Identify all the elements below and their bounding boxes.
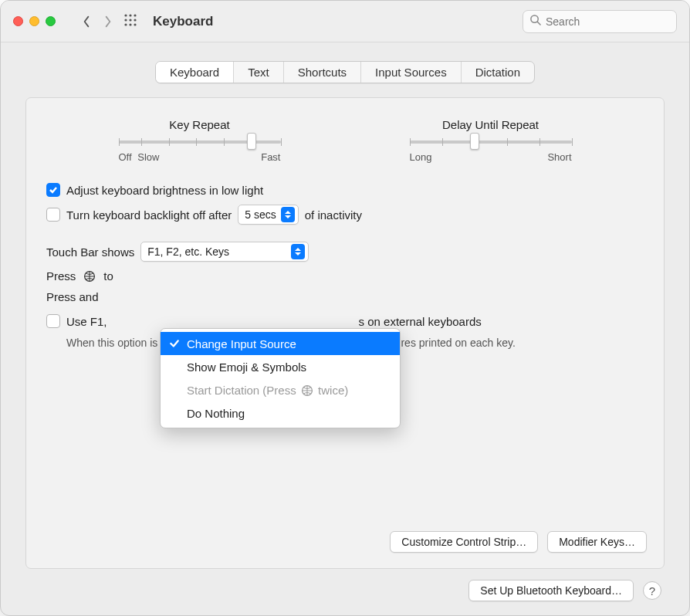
svg-point-0: [124, 14, 127, 16]
press-hold-row: Press and: [46, 290, 644, 303]
menu-item-label: Change Input Source: [187, 337, 296, 350]
svg-point-5: [134, 19, 136, 21]
fn-keys-label-left: Use F1,: [66, 315, 107, 328]
tab-bar: Keyboard Text Shortcuts Input Sources Di…: [155, 61, 535, 83]
key-repeat-thumb[interactable]: [247, 133, 256, 150]
key-repeat-group: Key Repeat Off Slow Fast: [119, 118, 281, 163]
svg-point-8: [134, 23, 136, 25]
tab-shortcuts[interactable]: Shortcuts: [284, 62, 361, 83]
minimize-window-button[interactable]: [29, 16, 39, 26]
panel-footer-buttons: Customize Control Strip… Modifier Keys…: [390, 531, 647, 553]
svg-line-10: [537, 22, 540, 25]
modifier-keys-button[interactable]: Modifier Keys…: [547, 531, 647, 553]
customize-control-strip-button[interactable]: Customize Control Strip…: [390, 531, 538, 553]
show-all-icon[interactable]: [123, 13, 137, 30]
globe-icon: [83, 270, 96, 283]
press-globe-to: to: [103, 269, 113, 283]
fn-keys-label-right: s on external keyboards: [359, 315, 482, 328]
search-field[interactable]: [523, 10, 677, 33]
window-title: Keyboard: [153, 14, 213, 29]
svg-point-2: [134, 14, 136, 16]
menu-item-label: Do Nothing: [187, 407, 245, 420]
touch-bar-popup[interactable]: F1, F2, etc. Keys: [140, 242, 309, 262]
sliders-row: Key Repeat Off Slow Fast De: [54, 118, 636, 163]
popup-caret-icon: [281, 207, 295, 222]
menu-item-do-nothing[interactable]: Do Nothing: [161, 401, 400, 425]
backlight-suffix: of inactivity: [305, 208, 362, 222]
press-globe-prefix: Press: [46, 269, 76, 283]
bluetooth-keyboard-button[interactable]: Set Up Bluetooth Keyboard…: [468, 580, 634, 601]
menu-item-change-input-source[interactable]: Change Input Source: [161, 332, 400, 355]
bottom-row: Set Up Bluetooth Keyboard… ?: [25, 569, 665, 601]
keyboard-panel: Key Repeat Off Slow Fast De: [25, 97, 665, 569]
globe-icon: [301, 384, 313, 397]
press-hold-label: Press and: [46, 290, 99, 303]
popup-caret-icon: [291, 244, 305, 259]
svg-point-3: [124, 19, 127, 21]
zoom-window-button[interactable]: [46, 16, 56, 26]
backlight-label: Turn keyboard backlight off after: [66, 208, 232, 222]
fn-keys-checkbox[interactable]: [46, 314, 60, 328]
search-icon: [529, 14, 546, 29]
touch-bar-value: F1, F2, etc. Keys: [147, 245, 229, 258]
menu-item-start-dictation: Start Dictation (Press twice): [161, 378, 400, 401]
svg-point-4: [129, 19, 131, 21]
delay-thumb[interactable]: [470, 133, 479, 150]
tab-text[interactable]: Text: [234, 62, 284, 83]
tab-keyboard[interactable]: Keyboard: [156, 62, 234, 83]
backlight-row: Turn keyboard backlight off after 5 secs…: [46, 205, 644, 225]
close-window-button[interactable]: [13, 16, 23, 26]
delay-title: Delay Until Repeat: [442, 118, 539, 131]
delay-group: Delay Until Repeat Long Short: [410, 118, 572, 163]
forward-button[interactable]: [97, 11, 119, 32]
key-repeat-title: Key Repeat: [169, 118, 229, 131]
tab-dictation[interactable]: Dictation: [462, 62, 534, 83]
brightness-checkbox[interactable]: [46, 183, 60, 197]
traffic-lights: [13, 16, 56, 26]
preferences-window: Keyboard Keyboard Text Shortcuts Input S…: [0, 0, 690, 616]
menu-item-label: Start Dictation (Press twice): [187, 384, 348, 397]
tab-input-sources[interactable]: Input Sources: [361, 62, 462, 83]
back-button[interactable]: [76, 11, 97, 32]
press-globe-menu: Change Input Source Show Emoji & Symbols…: [160, 328, 401, 428]
brightness-label: Adjust keyboard brightness in low light: [66, 184, 263, 197]
menu-item-label: Show Emoji & Symbols: [187, 360, 306, 374]
check-icon: [168, 338, 181, 349]
fn-keys-row: Use F1, s on external keyboards: [46, 314, 644, 328]
backlight-checkbox[interactable]: [46, 208, 60, 222]
backlight-delay-popup[interactable]: 5 secs: [238, 205, 298, 225]
svg-point-1: [129, 14, 131, 16]
touch-bar-label: Touch Bar shows: [46, 245, 134, 259]
delay-slider[interactable]: [410, 140, 572, 144]
delay-labels: Long Short: [410, 151, 572, 163]
help-button[interactable]: ?: [643, 581, 661, 600]
key-repeat-slider[interactable]: [119, 140, 281, 144]
touch-bar-row: Touch Bar shows F1, F2, etc. Keys: [46, 242, 644, 262]
brightness-row: Adjust keyboard brightness in low light: [46, 183, 644, 197]
press-globe-row: Press to: [46, 269, 644, 283]
key-repeat-labels: Off Slow Fast: [119, 151, 281, 163]
backlight-delay-value: 5 secs: [245, 208, 276, 221]
search-input[interactable]: [546, 15, 681, 28]
svg-point-7: [129, 23, 131, 25]
body: Keyboard Text Shortcuts Input Sources Di…: [1, 42, 689, 615]
titlebar: Keyboard: [1, 1, 689, 42]
svg-point-6: [124, 23, 127, 25]
menu-item-show-emoji[interactable]: Show Emoji & Symbols: [161, 355, 400, 378]
